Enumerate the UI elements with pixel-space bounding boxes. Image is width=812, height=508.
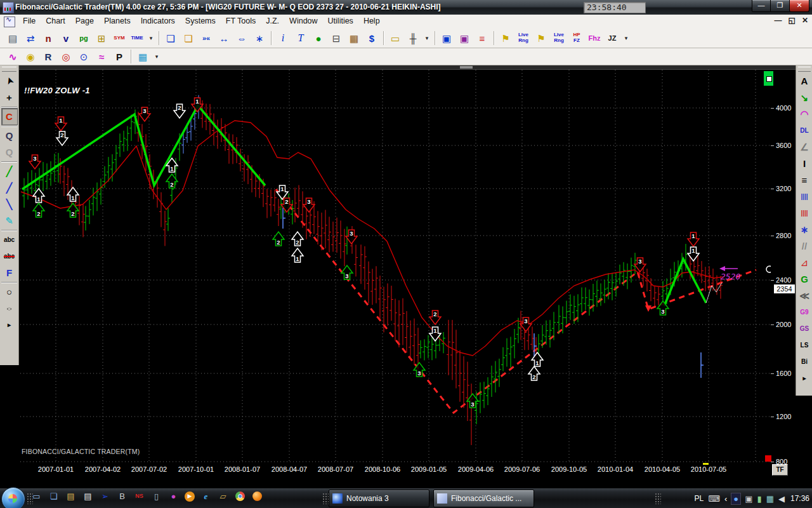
task-notowania[interactable]: Notowania 3 — [329, 490, 429, 507]
hlines-tool[interactable]: ≡ — [797, 172, 812, 188]
astro-a-tool[interactable]: A — [797, 73, 812, 89]
zoom-out-tool[interactable]: Q — [2, 144, 17, 160]
mdi-minimize-button[interactable]: — — [775, 16, 782, 25]
fan-lines-tool[interactable]: ≪ — [797, 288, 812, 304]
vlines-red-tool[interactable]: |||| — [797, 205, 812, 221]
mdi-close-button[interactable]: ✕ — [802, 16, 808, 25]
center-button[interactable]: ∗ — [251, 30, 268, 46]
more-tools-arrow[interactable]: ▸ — [797, 370, 812, 386]
text-tool-button[interactable]: T — [292, 30, 309, 46]
trend-line-blue-tool[interactable]: ╱ — [2, 180, 17, 196]
menu-planets[interactable]: Planets — [99, 15, 136, 29]
g9-tool[interactable]: G9 — [797, 304, 812, 320]
live-range-blue-button[interactable]: LiveRng — [515, 30, 532, 46]
task-fibonacci[interactable]: Fibonacci/Galactic ... — [433, 490, 534, 507]
chart-window-icon[interactable] — [4, 17, 15, 27]
bars-v-button[interactable]: v — [58, 30, 74, 46]
media-player-icon[interactable]: ▶ — [185, 491, 195, 502]
language-indicator[interactable]: PL — [695, 494, 704, 503]
chrome-icon[interactable] — [234, 490, 246, 502]
angle-tool[interactable]: ∠ — [797, 139, 812, 155]
traffic-light-button[interactable]: ● — [310, 30, 327, 46]
marker-pen-tool[interactable]: ✎ — [2, 213, 17, 229]
menu-file[interactable]: File — [18, 15, 41, 29]
text-delete-tool[interactable]: abc — [2, 248, 17, 264]
flag-range2-button[interactable]: ⚑ — [533, 30, 549, 46]
add-window-button[interactable]: ❏ — [180, 30, 197, 46]
window-compare-purple-button[interactable]: ▣ — [456, 30, 473, 46]
cascade-windows-button[interactable]: ❏ — [162, 30, 179, 46]
circle-tool[interactable]: ○ — [2, 284, 17, 300]
sun-spots-button[interactable]: ◉ — [22, 49, 39, 65]
trend-line-steep-tool[interactable]: ╲ — [2, 196, 17, 212]
grid-dropdown[interactable]: ▾ — [152, 49, 161, 65]
target-button[interactable]: ◎ — [58, 49, 74, 65]
menu-help[interactable]: Help — [358, 15, 385, 29]
magnet-tool[interactable]: C — [2, 109, 17, 124]
pointer-info-button[interactable]: i — [275, 30, 291, 46]
color-grid-button[interactable]: ≡ — [474, 30, 490, 46]
trend-line-green-tool[interactable]: ╱ — [2, 163, 17, 179]
palette-handle[interactable] — [798, 67, 811, 72]
power-icon[interactable]: ▮ — [757, 495, 762, 503]
minimize-button[interactable]: — — [752, 0, 771, 12]
dl-tool[interactable]: DL — [797, 123, 812, 138]
chart-scrollbar-thumb[interactable] — [460, 66, 473, 69]
display-icon[interactable]: ▣ — [745, 495, 752, 503]
new-chart-button[interactable]: ▤ — [4, 30, 21, 46]
symbol-button[interactable]: SYM — [111, 30, 128, 46]
calendar-button[interactable]: ▦ — [346, 30, 362, 46]
live-range2-button[interactable]: LiveRng — [551, 30, 567, 46]
vlines-blue-tool[interactable]: |||| — [797, 189, 812, 204]
firefox-icon[interactable] — [251, 490, 263, 502]
menu-page[interactable]: Page — [70, 15, 99, 29]
p-wave-button[interactable]: P — [111, 49, 128, 65]
app-tray-icon[interactable]: ● — [731, 493, 740, 504]
ellipse-tool[interactable]: ○ — [2, 304, 17, 313]
ruler-button[interactable]: ▭ — [387, 30, 403, 46]
chart-status-marker[interactable] — [764, 71, 773, 86]
bi-tool[interactable]: Bi — [797, 354, 812, 370]
menu-window[interactable]: Window — [284, 15, 322, 29]
chart-scrollbar[interactable] — [19, 65, 796, 70]
time-button[interactable]: TIME — [129, 30, 145, 46]
price-chart[interactable]: 31212123211212232133213331233112520 — [20, 70, 771, 466]
timeframe-button[interactable]: TF — [772, 464, 788, 476]
chevron-icon[interactable]: ‹ — [724, 495, 727, 503]
pointer-tool[interactable]: ➤ — [0, 71, 19, 91]
internet-explorer-icon[interactable]: e — [200, 490, 212, 502]
fibonacci-f-tool[interactable]: F — [2, 265, 17, 281]
notepad-icon[interactable]: ▤ — [82, 490, 94, 502]
ls-tool[interactable]: LS — [797, 337, 812, 353]
compress-scale-button[interactable]: »« — [198, 30, 214, 46]
keyboard-icon[interactable]: ⌨ — [708, 495, 720, 503]
triangle-tool[interactable]: ⊿ — [797, 255, 812, 271]
sun-r-button[interactable]: R — [40, 49, 56, 65]
gs-tool[interactable]: GS — [797, 321, 812, 337]
menu-chart[interactable]: Chart — [41, 15, 70, 29]
reload-chart-button[interactable]: ⇄ — [22, 30, 39, 46]
ns-app-icon[interactable]: NS — [133, 490, 145, 502]
chart-signal-tool[interactable]: ∗ — [797, 222, 812, 237]
candle-dropdown[interactable]: ▾ — [422, 30, 431, 46]
flag-range-button[interactable]: ⚑ — [497, 30, 514, 46]
dollar-button[interactable]: $ — [363, 30, 380, 46]
gann-g-tool[interactable]: G — [797, 271, 812, 287]
parallel-lines-tool[interactable]: // — [797, 238, 812, 254]
restore-button[interactable]: ❐ — [770, 0, 790, 12]
chart-area[interactable]: 31212123211212232133213331233112520 !!FW… — [19, 65, 796, 488]
color-app-icon[interactable]: ● — [167, 490, 180, 502]
menu-j-z-[interactable]: J.Z. — [261, 15, 284, 29]
recycle-bin-icon[interactable]: ▯ — [150, 490, 162, 502]
more-tools-arrow[interactable]: ▸ — [2, 317, 17, 333]
pan-button[interactable]: ⇔ — [233, 30, 250, 46]
network-icon[interactable]: ▦ — [766, 495, 774, 503]
zoom-in-tool[interactable]: Q — [2, 128, 17, 144]
arrow-signals-tool[interactable]: ↘ — [797, 90, 812, 105]
jz-button[interactable]: JZ — [604, 30, 620, 46]
menu-ft-tools[interactable]: FT Tools — [221, 15, 261, 29]
print-button[interactable]: ⊟ — [328, 30, 344, 46]
explorer-icon[interactable]: ▤ — [65, 490, 77, 502]
menu-systems[interactable]: Systems — [180, 15, 221, 29]
text-abc-tool[interactable]: abc — [2, 232, 17, 248]
